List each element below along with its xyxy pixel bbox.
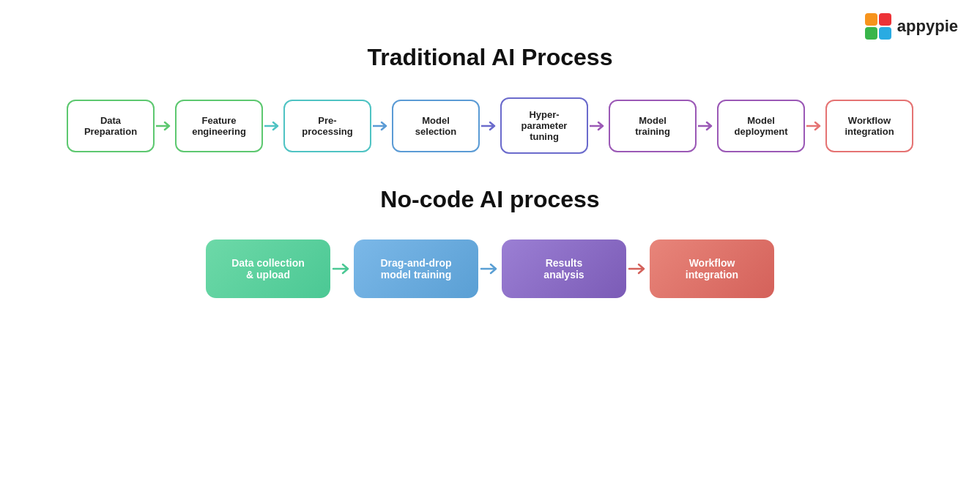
logo-area: appypie [865,13,958,40]
arrow-1 [155,119,175,133]
nocode-process-row: Data collection& upload Drag-and-dropmod… [44,240,936,298]
logo-text: appypie [897,17,958,36]
arrow-4 [480,119,500,133]
appypie-logo-icon [865,13,891,40]
arrow-6 [697,119,717,133]
step-model-selection: Modelselection [392,100,480,152]
nc-step-drag-drop: Drag-and-dropmodel training [354,240,478,298]
step-preprocessing: Pre-processing [283,100,371,152]
nocode-section: No-code AI process Data collection& uplo… [44,186,936,298]
step-feature-engineering: Featureengineering [175,100,263,152]
nc-step-workflow-integration: Workflowintegration [650,240,774,298]
step-workflow-integration: Workflowintegration [825,100,913,152]
nc-step-data-collection: Data collection& upload [206,240,330,298]
traditional-process-row: DataPreparation Featureengineering Pre-p… [44,97,936,154]
step-model-training: Modeltraining [609,100,697,152]
svg-rect-1 [879,13,891,26]
arrow-3 [371,119,392,133]
arrow-7 [805,119,825,133]
nc-arrow-3 [626,261,650,276]
nocode-title: No-code AI process [44,186,936,213]
svg-rect-3 [879,27,891,40]
arrow-5 [588,119,609,133]
step-hyper-parameter-tuning: Hyper-parametertuning [500,97,588,154]
arrow-2 [263,119,283,133]
svg-rect-2 [865,27,877,40]
nc-arrow-2 [478,261,502,276]
step-model-deployment: Modeldeployment [717,100,805,152]
step-data-preparation: DataPreparation [67,100,155,152]
svg-rect-0 [865,13,877,26]
main-content: Traditional AI Process DataPreparation F… [0,0,980,327]
nc-step-results-analysis: Resultsanalysis [502,240,626,298]
traditional-title: Traditional AI Process [44,44,936,71]
nc-arrow-1 [330,261,354,276]
